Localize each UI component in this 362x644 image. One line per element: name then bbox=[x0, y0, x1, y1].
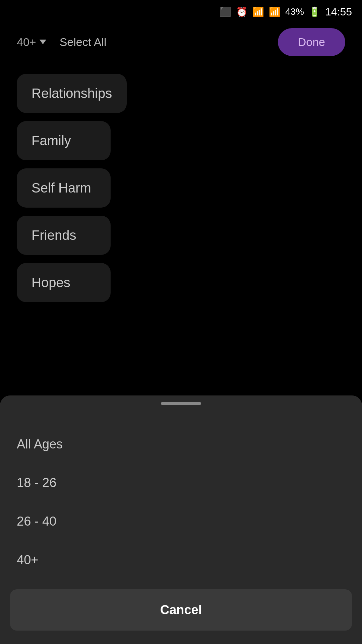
done-button[interactable]: Done bbox=[278, 28, 345, 56]
tag-relationships[interactable]: Relationships bbox=[17, 74, 127, 113]
wifi-icon: 📶 bbox=[252, 6, 264, 17]
tag-friends[interactable]: Friends bbox=[17, 216, 111, 255]
sheet-handle-icon bbox=[161, 402, 201, 405]
battery-percent: 43% bbox=[285, 6, 304, 17]
chevron-down-icon bbox=[40, 40, 46, 44]
battery-icon: 🔋 bbox=[309, 6, 320, 17]
tag-list: Relationships Family Self Harm Friends H… bbox=[0, 60, 362, 316]
signal-icon: 📶 bbox=[269, 6, 281, 17]
age-filter-label: 40+ bbox=[17, 36, 36, 49]
option-26-40[interactable]: 26 - 40 bbox=[17, 502, 345, 541]
alarm-icon: ⏰ bbox=[236, 6, 248, 17]
sheet-options: All Ages 18 - 26 26 - 40 40+ bbox=[0, 425, 362, 579]
cancel-button[interactable]: Cancel bbox=[10, 589, 352, 631]
select-all-button[interactable]: Select All bbox=[60, 36, 107, 49]
bottom-sheet: All Ages 18 - 26 26 - 40 40+ Cancel bbox=[0, 395, 362, 644]
tag-hopes[interactable]: Hopes bbox=[17, 263, 111, 302]
top-bar: 40+ Select All Done bbox=[0, 23, 362, 60]
option-40-plus[interactable]: 40+ bbox=[17, 541, 345, 579]
notification-icon: ⬛ bbox=[220, 6, 231, 17]
option-all-ages[interactable]: All Ages bbox=[17, 425, 345, 464]
status-icons: ⬛ ⏰ 📶 📶 43% 🔋 14:55 bbox=[220, 6, 352, 18]
tag-family[interactable]: Family bbox=[17, 121, 111, 160]
status-time: 14:55 bbox=[325, 6, 352, 18]
tag-self-harm[interactable]: Self Harm bbox=[17, 168, 111, 208]
status-bar: ⬛ ⏰ 📶 📶 43% 🔋 14:55 bbox=[0, 0, 362, 23]
age-filter[interactable]: 40+ bbox=[17, 36, 46, 49]
option-18-26[interactable]: 18 - 26 bbox=[17, 464, 345, 502]
